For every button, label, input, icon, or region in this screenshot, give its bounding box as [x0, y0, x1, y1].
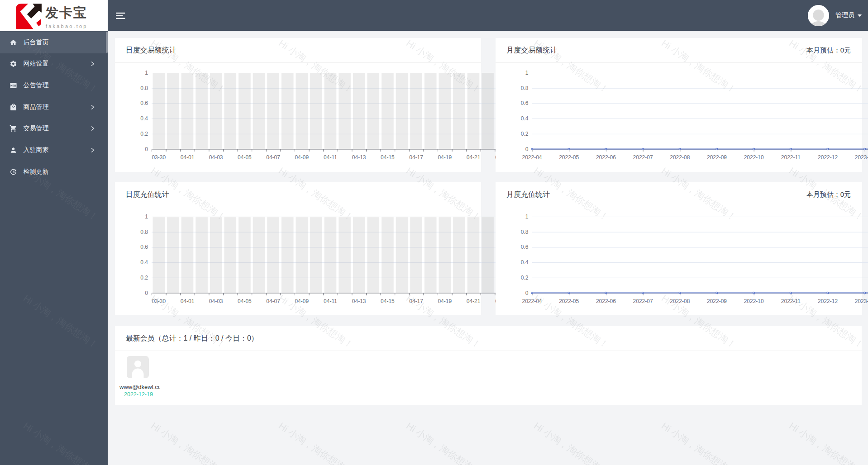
- caret-down-icon: [858, 14, 862, 17]
- svg-text:04-13: 04-13: [352, 154, 366, 161]
- bag-icon: [10, 103, 17, 111]
- home-icon: [10, 38, 17, 46]
- sidebar-item-home[interactable]: 后台首页: [0, 32, 108, 53]
- svg-text:0.2: 0.2: [140, 274, 148, 280]
- sidebar-scrollbar-thumb[interactable]: [106, 32, 108, 53]
- chart-daily-trade: 00.20.40.60.8103-3004-0104-0304-0504-070…: [115, 63, 496, 171]
- sidebar-item-merchants[interactable]: 入驻商家: [0, 139, 108, 161]
- chevron-right-icon: [91, 126, 95, 131]
- svg-text:04-09: 04-09: [295, 298, 309, 304]
- sidebar-item-check-update[interactable]: 检测更新: [0, 161, 108, 183]
- svg-text:2022-12: 2022-12: [818, 154, 838, 161]
- menu-toggle-icon[interactable]: [116, 6, 132, 25]
- svg-text:04-07: 04-07: [266, 154, 280, 161]
- svg-text:04-17: 04-17: [409, 298, 423, 304]
- brand-name: 发卡宝: [45, 4, 104, 22]
- svg-text:0.2: 0.2: [521, 274, 529, 280]
- chevron-right-icon: [91, 62, 95, 66]
- svg-text:04-21: 04-21: [466, 154, 480, 161]
- card-members: 最新会员（总计：1 / 昨日：0 / 今日：0） www@dkewl.com 2…: [115, 326, 862, 405]
- svg-text:0.8: 0.8: [521, 85, 529, 91]
- sidebar-item-label: 网站设置: [24, 60, 49, 68]
- chevron-right-icon: [91, 148, 95, 152]
- svg-text:04-15: 04-15: [381, 154, 395, 161]
- svg-text:2022-12: 2022-12: [818, 298, 838, 304]
- new-badge-icon: [10, 82, 17, 90]
- card-monthly-trade-title: 月度交易额统计: [506, 38, 557, 62]
- svg-text:03-30: 03-30: [152, 298, 166, 304]
- user-name: 管理员: [835, 11, 854, 19]
- topbar: 管理员: [108, 0, 868, 31]
- svg-text:2022-11: 2022-11: [781, 154, 801, 161]
- gear-icon: [10, 60, 17, 68]
- svg-text:2023-01: 2023-01: [855, 298, 868, 304]
- card-daily-trade-header: 日度交易额统计: [115, 38, 482, 63]
- svg-text:0: 0: [145, 146, 148, 152]
- logo[interactable]: 发卡宝 fakabao.top: [0, 0, 108, 31]
- svg-text:04-11: 04-11: [324, 154, 337, 161]
- svg-text:04-07: 04-07: [266, 298, 280, 304]
- svg-text:04-19: 04-19: [438, 154, 452, 161]
- sidebar-item-label: 交易管理: [24, 124, 49, 133]
- svg-text:04-03: 04-03: [209, 154, 223, 161]
- svg-text:04-01: 04-01: [180, 298, 194, 304]
- svg-text:0.4: 0.4: [521, 259, 529, 266]
- svg-text:0.4: 0.4: [521, 115, 529, 122]
- svg-text:2022-10: 2022-10: [744, 298, 764, 304]
- card-daily-trade-title: 日度交易额统计: [126, 38, 176, 62]
- card-monthly-trade-header: 月度交易额统计 本月预估：0元: [496, 38, 862, 63]
- svg-text:2022-08: 2022-08: [670, 298, 690, 304]
- update-icon: [10, 168, 17, 176]
- card-daily-recharge-header: 日度充值统计: [115, 182, 482, 207]
- member-email: www@dkewl.com: [115, 384, 160, 391]
- card-monthly-recharge-title: 月度充值统计: [506, 182, 550, 207]
- sidebar-item-label: 商品管理: [24, 103, 49, 111]
- svg-text:2022-05: 2022-05: [559, 298, 579, 304]
- sidebar-item-announcements[interactable]: 公告管理: [0, 75, 108, 96]
- user-avatar-icon: [808, 5, 829, 26]
- svg-text:0.4: 0.4: [140, 115, 148, 122]
- svg-text:04-19: 04-19: [438, 298, 452, 304]
- chart-daily-recharge: 00.20.40.60.8103-3004-0104-0304-0504-070…: [115, 207, 496, 316]
- card-members-title: 最新会员（总计：1 / 昨日：0 / 今日：0）: [126, 326, 258, 351]
- svg-text:0.8: 0.8: [140, 228, 148, 235]
- svg-text:03-30: 03-30: [152, 154, 166, 161]
- svg-text:04-17: 04-17: [409, 154, 423, 161]
- svg-text:0: 0: [145, 289, 148, 296]
- sidebar-item-label: 公告管理: [24, 81, 49, 90]
- svg-text:1: 1: [525, 214, 529, 220]
- svg-text:04-21: 04-21: [466, 298, 480, 304]
- sidebar-item-products[interactable]: 商品管理: [0, 96, 108, 118]
- svg-text:2022-05: 2022-05: [559, 154, 579, 161]
- svg-text:0.6: 0.6: [140, 244, 148, 250]
- svg-text:2022-04: 2022-04: [522, 298, 542, 304]
- svg-text:04-01: 04-01: [180, 154, 194, 161]
- member-avatar-icon: [127, 356, 149, 378]
- user-avatar: [808, 5, 829, 26]
- card-daily-recharge-title: 日度充值统计: [126, 182, 169, 207]
- svg-text:0.6: 0.6: [521, 244, 529, 250]
- svg-text:2022-09: 2022-09: [707, 298, 727, 304]
- svg-text:0.6: 0.6: [521, 100, 529, 106]
- sidebar-item-label: 检测更新: [24, 168, 49, 176]
- sidebar-item-trades[interactable]: 交易管理: [0, 118, 108, 140]
- svg-text:2022-08: 2022-08: [670, 154, 690, 161]
- svg-text:04-11: 04-11: [324, 298, 337, 304]
- card-monthly-recharge-header: 月度充值统计 本月预估：0元: [496, 182, 862, 207]
- svg-text:0.4: 0.4: [140, 259, 148, 266]
- svg-text:2022-09: 2022-09: [707, 154, 727, 161]
- chart-monthly-trade: 00.20.40.60.812022-042022-052022-062022-…: [496, 63, 868, 171]
- cart-icon: [10, 125, 17, 133]
- svg-text:0: 0: [525, 289, 529, 296]
- chevron-right-icon: [91, 105, 95, 109]
- user-menu[interactable]: 管理员: [808, 0, 862, 31]
- svg-text:2022-07: 2022-07: [633, 154, 653, 161]
- svg-text:2022-04: 2022-04: [522, 154, 542, 161]
- monthly-recharge-estimate: 本月预估：0元: [806, 182, 851, 207]
- monthly-trade-estimate: 本月预估：0元: [806, 38, 851, 62]
- svg-text:2022-06: 2022-06: [596, 298, 616, 304]
- member-date: 2022-12-19: [124, 391, 152, 398]
- svg-text:04-03: 04-03: [209, 298, 223, 304]
- svg-text:0.2: 0.2: [521, 131, 529, 137]
- sidebar-item-site-settings[interactable]: 网站设置: [0, 53, 108, 75]
